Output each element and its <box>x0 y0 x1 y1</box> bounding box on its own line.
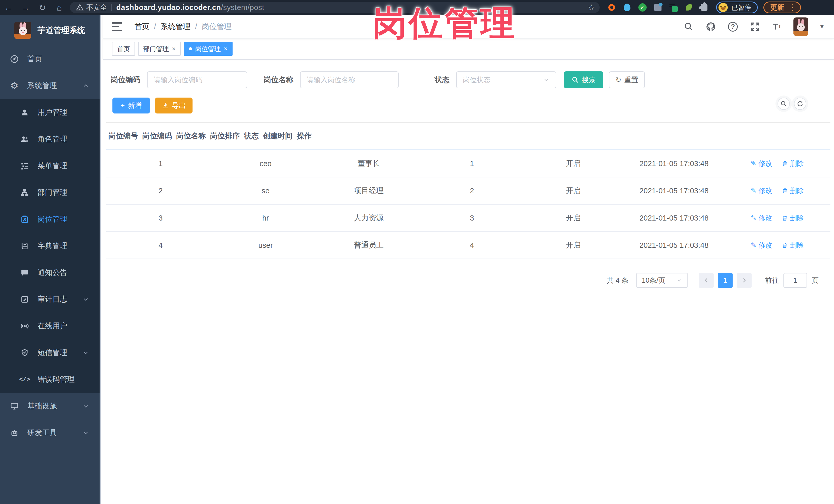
cell-post-sort: 2 <box>421 178 523 203</box>
sidebar-item-home[interactable]: 首页 <box>0 46 100 72</box>
bookmark-star-icon[interactable]: ☆ <box>588 3 595 12</box>
edit-link[interactable]: ✎ 修改 <box>751 186 772 195</box>
browser-forward-icon[interactable]: → <box>17 3 34 13</box>
tree-table-icon <box>20 161 30 170</box>
filter-status-select[interactable]: 岗位状态 <box>456 71 556 88</box>
filter-code-input[interactable] <box>147 71 247 88</box>
breadcrumb-system[interactable]: 系统管理 <box>161 22 191 32</box>
app-logo-row[interactable]: 芋道管理系统 <box>0 15 101 46</box>
edit-pencil-icon: ✎ <box>751 187 756 195</box>
paused-label: 已暂停 <box>731 3 751 12</box>
prev-page-button[interactable] <box>699 273 714 288</box>
browser-update-button[interactable]: 更新 ⋮ <box>763 2 801 13</box>
address-bar[interactable]: 不安全 dashboard.yudao.iocoder.cn/system/po… <box>70 2 600 13</box>
security-label[interactable]: 不安全 <box>86 3 107 12</box>
extension-icon-leaf[interactable] <box>684 3 693 12</box>
sidebar-item-label: 首页 <box>27 54 42 64</box>
browser-menu-icon[interactable]: ⋮ <box>789 4 796 11</box>
refresh-table-button[interactable] <box>794 97 806 110</box>
extensions-puzzle-icon[interactable] <box>700 3 708 12</box>
close-icon[interactable]: × <box>224 45 227 52</box>
help-icon[interactable]: ? <box>727 21 739 32</box>
add-button[interactable]: + 新增 <box>112 97 150 113</box>
filter-status-label: 状态 <box>435 75 449 85</box>
cell-actions: ✎ 修改 删除 <box>724 232 830 258</box>
delete-link[interactable]: 删除 <box>782 241 804 250</box>
sidebar-item-menus[interactable]: 菜单管理 <box>0 153 100 179</box>
sidebar-item-dev-tools[interactable]: 研发工具 <box>0 419 100 446</box>
robot-icon <box>9 429 20 437</box>
tab-home[interactable]: 首页 <box>112 42 135 56</box>
goto-page-input[interactable] <box>784 273 807 288</box>
sidebar-item-users[interactable]: 用户管理 <box>0 99 100 126</box>
delete-link[interactable]: 删除 <box>782 186 804 195</box>
browser-back-icon[interactable]: ← <box>0 3 17 13</box>
extension-icon-drop[interactable] <box>623 3 632 12</box>
next-page-button[interactable] <box>737 273 752 288</box>
cell-created-time: 2021-01-05 17:03:48 <box>624 206 724 231</box>
tab-post[interactable]: 岗位管理 × <box>184 42 233 56</box>
extension-icon-ring[interactable] <box>607 3 616 12</box>
sidebar-item-label: 用户管理 <box>38 107 67 117</box>
search-button[interactable]: 搜索 <box>564 71 603 88</box>
cell-actions: ✎ 修改 删除 <box>724 178 830 204</box>
extension-icon-check[interactable]: ✓ <box>638 3 647 12</box>
chevron-up-icon <box>82 82 89 89</box>
github-icon[interactable] <box>705 21 717 32</box>
font-size-icon[interactable]: TT <box>771 21 783 32</box>
sidebar-item-error-codes[interactable]: </> 错误码管理 <box>0 366 100 393</box>
reset-button[interactable]: ↻ 重置 <box>609 71 645 88</box>
cell-post-id: 1 <box>106 151 215 176</box>
sidebar-item-posts[interactable]: 岗位管理 <box>0 206 100 233</box>
current-page[interactable]: 1 <box>718 273 732 288</box>
edit-link[interactable]: ✎ 修改 <box>751 213 772 223</box>
sidebar-item-roles[interactable]: 角色管理 <box>0 126 100 153</box>
avatar[interactable] <box>793 18 808 36</box>
sidebar-item-infrastructure[interactable]: 基础设施 <box>0 393 100 419</box>
sidebar-item-notice[interactable]: 通知公告 <box>0 259 100 286</box>
breadcrumb-home[interactable]: 首页 <box>134 22 149 32</box>
sidebar-item-online-users[interactable]: 在线用户 <box>0 313 100 339</box>
sidebar-item-dict[interactable]: 字典管理 <box>0 233 100 259</box>
delete-link[interactable]: 删除 <box>782 213 804 223</box>
pagination: 共 4 条 10条/页 1 前往 页 <box>103 273 834 288</box>
edit-link[interactable]: ✎ 修改 <box>751 241 772 250</box>
cell-post-id: 2 <box>106 178 215 203</box>
filter-name-input[interactable] <box>300 71 399 88</box>
browser-home-icon[interactable]: ⌂ <box>51 3 68 13</box>
export-button[interactable]: 导出 <box>155 97 193 113</box>
cell-post-sort: 1 <box>421 151 523 176</box>
browser-reload-icon[interactable]: ↻ <box>34 2 51 13</box>
sidebar-item-departments[interactable]: 部门管理 <box>0 179 100 206</box>
sidebar-item-label: 错误码管理 <box>38 374 75 385</box>
hamburger-icon[interactable] <box>112 22 122 31</box>
cell-post-status: 开启 <box>523 150 624 177</box>
extension-icon-chat[interactable] <box>669 3 678 12</box>
fullscreen-icon[interactable] <box>749 21 761 32</box>
sidebar-item-system[interactable]: ⚙ 系统管理 <box>0 72 100 99</box>
tags-view-bar: 首页 部门管理 × 岗位管理 × <box>103 39 834 60</box>
edit-link[interactable]: ✎ 修改 <box>751 159 772 168</box>
profile-paused-badge[interactable]: 已暂停 <box>716 2 758 13</box>
extension-icon-grid[interactable] <box>654 3 662 12</box>
update-label: 更新 <box>770 3 784 12</box>
page-size-select[interactable]: 10条/页 <box>636 273 688 288</box>
sidebar-item-audit-log[interactable]: 审计日志 <box>0 286 100 313</box>
org-tree-icon <box>20 188 30 197</box>
chevron-down-icon <box>82 429 89 437</box>
delete-link[interactable]: 删除 <box>782 159 804 168</box>
cell-post-code: se <box>215 178 316 203</box>
extensions-row: ✓ <box>607 3 708 12</box>
audit-log-icon <box>20 295 30 304</box>
chevron-down-icon <box>82 402 89 410</box>
close-icon[interactable]: × <box>172 45 176 52</box>
search-icon[interactable] <box>683 21 694 32</box>
toggle-search-button[interactable] <box>777 97 790 110</box>
cell-actions: ✎ 修改 删除 <box>724 151 830 176</box>
sidebar-item-sms[interactable]: 短信管理 <box>0 339 100 366</box>
tab-dept[interactable]: 部门管理 × <box>138 42 181 56</box>
caret-down-icon[interactable]: ▼ <box>819 23 825 30</box>
url-text[interactable]: dashboard.yudao.iocoder.cn/system/post <box>116 3 264 12</box>
cell-post-status: 开启 <box>523 177 624 204</box>
chevron-down-icon <box>543 76 550 83</box>
